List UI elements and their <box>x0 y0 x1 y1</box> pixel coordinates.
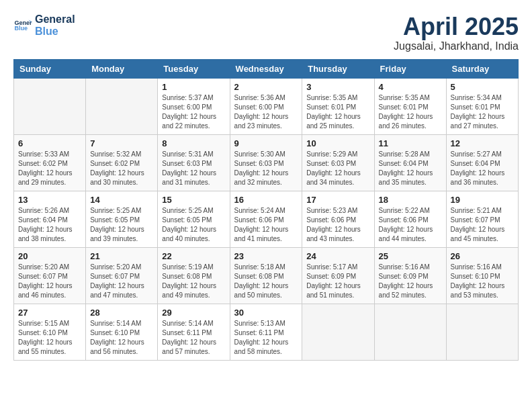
day-info: Sunrise: 5:24 AMSunset: 6:06 PMDaylight:… <box>234 206 298 244</box>
calendar-cell: 4Sunrise: 5:35 AMSunset: 6:01 PMDaylight… <box>374 78 446 134</box>
day-number: 6 <box>18 138 81 148</box>
day-info: Sunrise: 5:28 AMSunset: 6:04 PMDaylight:… <box>379 150 442 187</box>
day-number: 25 <box>379 251 442 261</box>
day-number: 29 <box>162 308 225 318</box>
logo-line1: General <box>35 13 75 26</box>
day-info: Sunrise: 5:19 AMSunset: 6:08 PMDaylight:… <box>162 263 225 300</box>
calendar-cell: 2Sunrise: 5:36 AMSunset: 6:00 PMDaylight… <box>230 78 302 134</box>
day-number: 3 <box>306 82 369 92</box>
day-info: Sunrise: 5:30 AMSunset: 6:03 PMDaylight:… <box>234 150 298 187</box>
calendar-cell: 24Sunrise: 5:17 AMSunset: 6:09 PMDayligh… <box>302 247 374 304</box>
day-number: 8 <box>162 138 225 148</box>
day-number: 28 <box>90 308 153 318</box>
day-number: 30 <box>234 308 298 318</box>
calendar-cell: 13Sunrise: 5:26 AMSunset: 6:04 PMDayligh… <box>14 191 86 247</box>
day-number: 22 <box>162 251 225 261</box>
day-info: Sunrise: 5:35 AMSunset: 6:01 PMDaylight:… <box>379 93 442 131</box>
day-info: Sunrise: 5:27 AMSunset: 6:04 PMDaylight:… <box>451 150 514 187</box>
day-number: 13 <box>18 195 81 205</box>
day-number: 10 <box>306 138 369 148</box>
calendar-cell: 27Sunrise: 5:15 AMSunset: 6:10 PMDayligh… <box>14 304 86 360</box>
day-info: Sunrise: 5:18 AMSunset: 6:08 PMDaylight:… <box>234 263 298 300</box>
calendar-cell: 5Sunrise: 5:34 AMSunset: 6:01 PMDaylight… <box>446 78 518 134</box>
calendar-cell: 29Sunrise: 5:14 AMSunset: 6:11 PMDayligh… <box>158 304 230 360</box>
day-info: Sunrise: 5:22 AMSunset: 6:06 PMDaylight:… <box>379 206 442 244</box>
calendar-cell <box>86 78 158 134</box>
month-title: April 2025 <box>394 13 519 40</box>
calendar-week-row: 13Sunrise: 5:26 AMSunset: 6:04 PMDayligh… <box>14 191 519 247</box>
calendar-header-row: SundayMondayTuesdayWednesdayThursdayFrid… <box>14 59 519 78</box>
calendar-cell: 15Sunrise: 5:25 AMSunset: 6:05 PMDayligh… <box>158 191 230 247</box>
day-number: 19 <box>451 195 514 205</box>
calendar-week-row: 20Sunrise: 5:20 AMSunset: 6:07 PMDayligh… <box>14 247 519 304</box>
calendar-cell: 20Sunrise: 5:20 AMSunset: 6:07 PMDayligh… <box>14 247 86 304</box>
day-info: Sunrise: 5:26 AMSunset: 6:04 PMDaylight:… <box>18 206 81 244</box>
day-info: Sunrise: 5:14 AMSunset: 6:11 PMDaylight:… <box>162 319 225 357</box>
day-info: Sunrise: 5:36 AMSunset: 6:00 PMDaylight:… <box>234 93 298 131</box>
day-info: Sunrise: 5:14 AMSunset: 6:10 PMDaylight:… <box>90 319 153 357</box>
day-number: 21 <box>90 251 153 261</box>
calendar-cell: 12Sunrise: 5:27 AMSunset: 6:04 PMDayligh… <box>446 134 518 191</box>
day-info: Sunrise: 5:29 AMSunset: 6:03 PMDaylight:… <box>306 150 369 187</box>
calendar-cell: 26Sunrise: 5:16 AMSunset: 6:10 PMDayligh… <box>446 247 518 304</box>
logo: General Blue General Blue <box>13 13 75 38</box>
calendar-cell: 16Sunrise: 5:24 AMSunset: 6:06 PMDayligh… <box>230 191 302 247</box>
day-number: 9 <box>234 138 298 148</box>
header-sunday: Sunday <box>14 59 86 78</box>
day-info: Sunrise: 5:35 AMSunset: 6:01 PMDaylight:… <box>306 93 369 131</box>
calendar-cell: 30Sunrise: 5:13 AMSunset: 6:11 PMDayligh… <box>230 304 302 360</box>
day-info: Sunrise: 5:23 AMSunset: 6:06 PMDaylight:… <box>306 206 369 244</box>
day-number: 2 <box>234 82 298 92</box>
day-info: Sunrise: 5:34 AMSunset: 6:01 PMDaylight:… <box>451 93 514 131</box>
calendar-week-row: 1Sunrise: 5:37 AMSunset: 6:00 PMDaylight… <box>14 78 519 134</box>
day-number: 17 <box>306 195 369 205</box>
day-number: 23 <box>234 251 298 261</box>
calendar-cell: 19Sunrise: 5:21 AMSunset: 6:07 PMDayligh… <box>446 191 518 247</box>
calendar-cell: 17Sunrise: 5:23 AMSunset: 6:06 PMDayligh… <box>302 191 374 247</box>
day-info: Sunrise: 5:33 AMSunset: 6:02 PMDaylight:… <box>18 150 81 187</box>
calendar-cell: 10Sunrise: 5:29 AMSunset: 6:03 PMDayligh… <box>302 134 374 191</box>
day-info: Sunrise: 5:16 AMSunset: 6:09 PMDaylight:… <box>379 263 442 300</box>
header-friday: Friday <box>374 59 446 78</box>
calendar-cell: 23Sunrise: 5:18 AMSunset: 6:08 PMDayligh… <box>230 247 302 304</box>
day-number: 14 <box>90 195 153 205</box>
day-number: 27 <box>18 308 81 318</box>
day-info: Sunrise: 5:13 AMSunset: 6:11 PMDaylight:… <box>234 319 298 357</box>
day-info: Sunrise: 5:37 AMSunset: 6:00 PMDaylight:… <box>162 93 225 131</box>
calendar-cell: 11Sunrise: 5:28 AMSunset: 6:04 PMDayligh… <box>374 134 446 191</box>
calendar-cell <box>14 78 86 134</box>
day-number: 16 <box>234 195 298 205</box>
day-number: 12 <box>451 138 514 148</box>
day-number: 20 <box>18 251 81 261</box>
calendar-cell: 9Sunrise: 5:30 AMSunset: 6:03 PMDaylight… <box>230 134 302 191</box>
calendar-week-row: 6Sunrise: 5:33 AMSunset: 6:02 PMDaylight… <box>14 134 519 191</box>
day-number: 24 <box>306 251 369 261</box>
day-info: Sunrise: 5:31 AMSunset: 6:03 PMDaylight:… <box>162 150 225 187</box>
calendar-cell: 22Sunrise: 5:19 AMSunset: 6:08 PMDayligh… <box>158 247 230 304</box>
logo-icon: General Blue <box>13 16 32 35</box>
day-number: 26 <box>451 251 514 261</box>
calendar-cell: 6Sunrise: 5:33 AMSunset: 6:02 PMDaylight… <box>14 134 86 191</box>
day-number: 5 <box>451 82 514 92</box>
calendar-cell <box>302 304 374 360</box>
calendar-cell: 3Sunrise: 5:35 AMSunset: 6:01 PMDaylight… <box>302 78 374 134</box>
svg-text:Blue: Blue <box>14 25 28 32</box>
day-info: Sunrise: 5:25 AMSunset: 6:05 PMDaylight:… <box>162 206 225 244</box>
day-info: Sunrise: 5:17 AMSunset: 6:09 PMDaylight:… <box>306 263 369 300</box>
calendar-week-row: 27Sunrise: 5:15 AMSunset: 6:10 PMDayligh… <box>14 304 519 360</box>
day-number: 7 <box>90 138 153 148</box>
calendar-cell: 28Sunrise: 5:14 AMSunset: 6:10 PMDayligh… <box>86 304 158 360</box>
header-tuesday: Tuesday <box>158 59 230 78</box>
location-title: Jugsalai, Jharkhand, India <box>394 40 519 52</box>
calendar-cell: 7Sunrise: 5:32 AMSunset: 6:02 PMDaylight… <box>86 134 158 191</box>
header-wednesday: Wednesday <box>230 59 302 78</box>
day-info: Sunrise: 5:32 AMSunset: 6:02 PMDaylight:… <box>90 150 153 187</box>
day-info: Sunrise: 5:16 AMSunset: 6:10 PMDaylight:… <box>451 263 514 300</box>
calendar: SundayMondayTuesdayWednesdayThursdayFrid… <box>13 59 519 361</box>
header-thursday: Thursday <box>302 59 374 78</box>
calendar-cell <box>446 304 518 360</box>
calendar-cell <box>374 304 446 360</box>
day-number: 11 <box>379 138 442 148</box>
calendar-cell: 14Sunrise: 5:25 AMSunset: 6:05 PMDayligh… <box>86 191 158 247</box>
calendar-cell: 1Sunrise: 5:37 AMSunset: 6:00 PMDaylight… <box>158 78 230 134</box>
